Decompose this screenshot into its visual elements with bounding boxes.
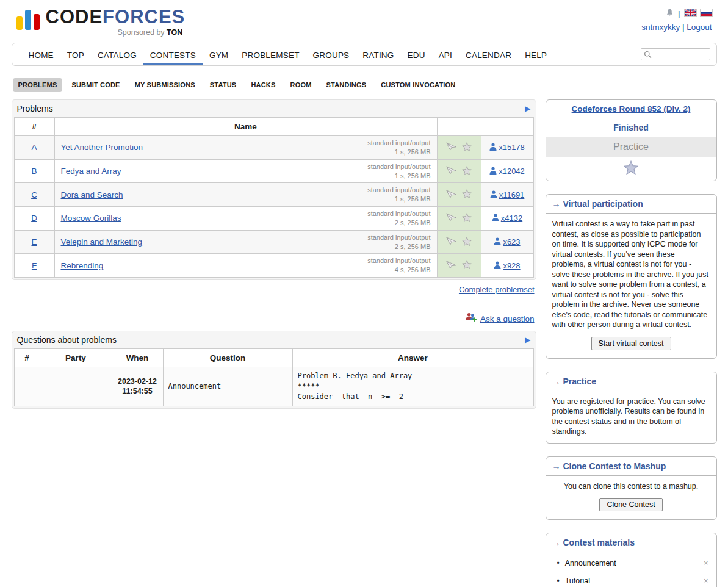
nav-item-top[interactable]: TOP bbox=[60, 43, 91, 65]
solved-count-link[interactable]: x4132 bbox=[501, 214, 522, 223]
material-item-tutorial: • Tutorial × bbox=[547, 572, 715, 587]
favorite-star-icon[interactable] bbox=[462, 237, 472, 248]
clone-contest-title-text: Clone Contest to Mashup bbox=[563, 461, 666, 471]
username-link[interactable]: sntmxykky bbox=[641, 23, 680, 32]
problem-name-link[interactable]: Yet Another Promotion bbox=[61, 143, 143, 152]
subnav-item-room[interactable]: ROOM bbox=[285, 78, 317, 92]
nav-item-catalog[interactable]: CATALOG bbox=[91, 43, 143, 65]
q-col-when: When bbox=[112, 349, 163, 367]
subnav-item-standings[interactable]: STANDINGS bbox=[321, 78, 372, 92]
submit-paper-plane-icon[interactable] bbox=[446, 213, 456, 223]
subnav-item-my-submissions[interactable]: MY SUBMISSIONS bbox=[129, 78, 201, 92]
subnav-item-custom-invocation[interactable]: CUSTOM INVOCATION bbox=[375, 78, 461, 92]
submit-paper-plane-icon[interactable] bbox=[446, 190, 456, 200]
submit-paper-plane-icon[interactable] bbox=[446, 166, 456, 176]
language-ru-flag-icon[interactable] bbox=[701, 9, 712, 18]
remove-material-icon[interactable]: × bbox=[702, 576, 710, 585]
problem-name-link[interactable]: Velepin and Marketing bbox=[61, 237, 143, 247]
contest-info-box: Codeforces Round 852 (Div. 2) Finished P… bbox=[546, 99, 717, 181]
problem-letter-link[interactable]: E bbox=[31, 237, 37, 247]
solved-count-link[interactable]: x12042 bbox=[499, 167, 525, 176]
problem-letter-link[interactable]: C bbox=[31, 190, 37, 200]
solved-user-icon bbox=[490, 190, 499, 200]
subnav-item-submit-code[interactable]: SUBMIT CODE bbox=[66, 78, 125, 92]
problem-name-link[interactable]: Rebrending bbox=[61, 261, 104, 270]
solved-user-icon bbox=[492, 214, 501, 223]
clone-contest-button[interactable]: Clone Contest bbox=[599, 498, 662, 511]
problems-caption: Problems bbox=[17, 104, 53, 113]
submit-paper-plane-icon[interactable] bbox=[446, 261, 456, 271]
problem-limits: 2 s, 256 MB bbox=[367, 218, 430, 228]
solved-count-link[interactable]: x623 bbox=[503, 237, 520, 247]
nav-item-api[interactable]: API bbox=[432, 43, 459, 65]
problem-letter-link[interactable]: F bbox=[32, 261, 37, 270]
problem-io: standard input/output bbox=[367, 233, 430, 242]
complete-problemset-link[interactable]: Complete problemset bbox=[459, 285, 535, 294]
search-box bbox=[641, 48, 710, 60]
subnav-item-status[interactable]: STATUS bbox=[204, 78, 242, 92]
contest-favorite-star-icon[interactable] bbox=[624, 167, 638, 176]
favorite-star-icon[interactable] bbox=[462, 213, 472, 224]
problem-name-link[interactable]: Dora and Search bbox=[61, 190, 123, 200]
question-text-cell: Announcement bbox=[163, 367, 292, 406]
nav-item-gym[interactable]: GYM bbox=[203, 43, 235, 65]
questions-table: # Party When Question Answer 2023-0 bbox=[14, 348, 534, 406]
submit-paper-plane-icon[interactable] bbox=[446, 142, 456, 153]
problem-name-link[interactable]: Moscow Gorillas bbox=[61, 214, 121, 223]
nav-item-groups[interactable]: GROUPS bbox=[306, 43, 356, 65]
solved-count-link[interactable]: x928 bbox=[503, 261, 520, 270]
problems-caption-bar: Problems ▶ bbox=[14, 102, 534, 117]
logo-subtitle: Sponsored by TON bbox=[46, 28, 186, 37]
problem-letter-link[interactable]: D bbox=[31, 214, 37, 223]
contest-materials-list: • Announcement × • Tutorial × bbox=[546, 552, 716, 587]
nav-item-calendar[interactable]: CALENDAR bbox=[459, 43, 518, 65]
q-col-answer: Answer bbox=[292, 349, 533, 367]
material-announcement-link[interactable]: Announcement bbox=[565, 559, 616, 567]
submit-paper-plane-icon[interactable] bbox=[446, 237, 456, 247]
ask-question-link[interactable]: Ask a question bbox=[480, 314, 535, 323]
contest-title-link[interactable]: Codeforces Round 852 (Div. 2) bbox=[572, 104, 691, 113]
nav-item-help[interactable]: HELP bbox=[518, 43, 553, 65]
col-header-name: Name bbox=[54, 118, 437, 136]
clone-contest-title: →Clone Contest to Mashup bbox=[546, 457, 716, 476]
favorite-star-icon[interactable] bbox=[462, 189, 472, 200]
favorite-star-icon[interactable] bbox=[462, 142, 472, 153]
collapse-arrow-icon[interactable]: ▶ bbox=[525, 105, 530, 112]
nav-item-edu[interactable]: EDU bbox=[401, 43, 432, 65]
nav-item-contests[interactable]: CONTESTS bbox=[143, 43, 203, 65]
codeforces-logo[interactable]: CODEFORCES Sponsored by TON bbox=[16, 7, 186, 37]
favorite-star-icon[interactable] bbox=[462, 166, 472, 177]
practice-body: You are registered for practice. You can… bbox=[546, 391, 716, 443]
language-en-flag-icon[interactable] bbox=[685, 9, 696, 18]
start-virtual-contest-button[interactable]: Start virtual contest bbox=[591, 337, 671, 350]
contest-materials-title: →Contest materials bbox=[546, 533, 716, 552]
complete-problemset-row: Complete problemset bbox=[13, 285, 535, 294]
nav-item-home[interactable]: HOME bbox=[22, 43, 60, 65]
problem-letter-link[interactable]: A bbox=[31, 143, 37, 152]
collapse-arrow-icon[interactable]: ▶ bbox=[525, 336, 530, 344]
favorite-star-icon[interactable] bbox=[462, 260, 472, 271]
solved-count-link[interactable]: x15178 bbox=[499, 143, 525, 152]
nav-item-problemset[interactable]: PROBLEMSET bbox=[235, 43, 306, 65]
virtual-button-row: Start virtual contest bbox=[552, 337, 710, 350]
problem-io-limits: standard input/output 1 s, 256 MB bbox=[367, 185, 430, 204]
problem-row-d: D Moscow Gorillas standard input/output … bbox=[14, 207, 533, 231]
material-tutorial-link[interactable]: Tutorial bbox=[565, 577, 590, 585]
questions-header-row: # Party When Question Answer bbox=[14, 349, 533, 367]
subnav-item-problems[interactable]: PROBLEMS bbox=[13, 78, 63, 92]
problem-letter-link[interactable]: B bbox=[31, 167, 37, 176]
logout-link[interactable]: Logout bbox=[687, 23, 712, 32]
solved-count-link[interactable]: x11691 bbox=[499, 190, 525, 200]
arrow-icon: → bbox=[552, 199, 561, 209]
remove-material-icon[interactable]: × bbox=[702, 558, 710, 567]
notification-bell-icon[interactable] bbox=[666, 8, 674, 19]
subnav-item-hacks[interactable]: HACKS bbox=[245, 78, 281, 92]
logo-bar-blue bbox=[25, 10, 31, 30]
col-header-number: # bbox=[14, 118, 54, 136]
problem-name-link[interactable]: Fedya and Array bbox=[61, 167, 121, 176]
arrow-icon: → bbox=[552, 376, 561, 386]
clone-contest-text: You can clone this contest to a mashup. bbox=[552, 481, 710, 492]
practice-text: You are registered for practice. You can… bbox=[552, 397, 710, 437]
nav-item-rating[interactable]: RATING bbox=[356, 43, 400, 65]
problems-table: # Name A Yet Another Promotion bbox=[14, 117, 534, 278]
